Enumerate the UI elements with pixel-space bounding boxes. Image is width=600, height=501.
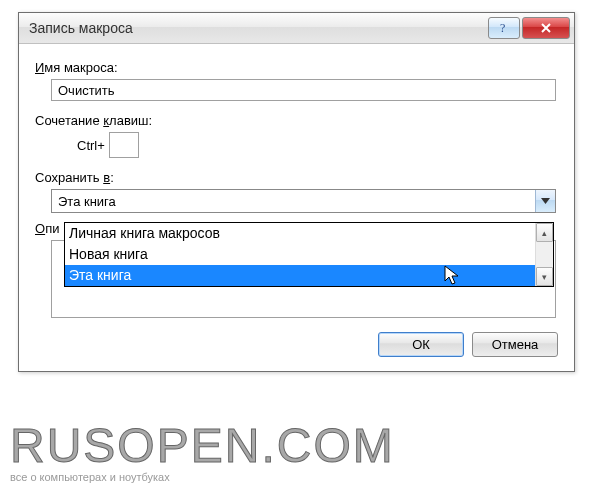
dropdown-item[interactable]: Личная книга макросов (65, 223, 535, 244)
dialog-title: Запись макроса (29, 20, 486, 36)
save-in-label: Сохранить в: (35, 170, 558, 185)
chevron-down-icon[interactable] (535, 190, 555, 212)
scroll-up-icon[interactable]: ▴ (536, 223, 553, 242)
ctrl-label: Ctrl+ (77, 138, 105, 153)
dropdown-item[interactable]: Новая книга (65, 244, 535, 265)
shortcut-key-input[interactable] (109, 132, 139, 158)
save-in-selected: Эта книга (52, 194, 535, 209)
scroll-down-icon[interactable]: ▾ (536, 267, 553, 286)
titlebar[interactable]: Запись макроса ? (19, 13, 574, 44)
watermark-main: RUSOPEN.COM (10, 422, 395, 470)
watermark: RUSOPEN.COM все о компьютерах и ноутбука… (10, 422, 395, 483)
save-in-dropdown-list[interactable]: Личная книга макросов Новая книга Эта кн… (64, 222, 554, 287)
shortcut-label: Сочетание клавиш: (35, 113, 558, 128)
macro-name-input[interactable] (51, 79, 556, 101)
record-macro-dialog: Запись макроса ? Имя макроса: Сочетание … (18, 12, 575, 372)
scrollbar[interactable]: ▴ ▾ (535, 223, 553, 286)
scroll-track[interactable] (536, 242, 553, 267)
ok-button[interactable]: ОК (378, 332, 464, 357)
dropdown-item-selected[interactable]: Эта книга (65, 265, 535, 286)
help-button[interactable]: ? (488, 17, 520, 39)
macro-name-label: Имя макроса: (35, 60, 558, 75)
cancel-button[interactable]: Отмена (472, 332, 558, 357)
close-button[interactable] (522, 17, 570, 39)
save-in-combobox[interactable]: Эта книга (51, 189, 556, 213)
watermark-sub: все о компьютерах и ноутбуках (10, 472, 395, 483)
svg-text:?: ? (500, 22, 505, 34)
